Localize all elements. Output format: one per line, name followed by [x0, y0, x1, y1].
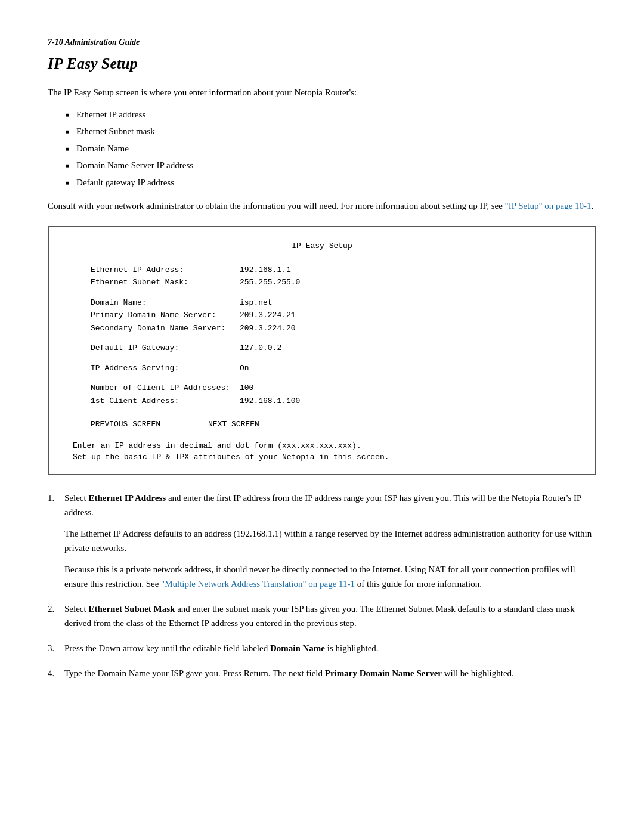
eth-ip-label: Ethernet IP Address:	[91, 264, 234, 276]
screen-hint-line1: Enter an IP address in decimal and dot f…	[73, 440, 577, 452]
step-1-num: 1.	[48, 491, 64, 505]
1st-client-label: 1st Client Address:	[91, 395, 234, 407]
step-3-main: Press the Down arrow key until the edita…	[64, 641, 596, 655]
screen-fields-group3: Default IP Gateway: 127.0.0.2	[91, 342, 577, 354]
step-4-bold: Primary Domain Name Server	[325, 668, 442, 678]
ip-setup-link[interactable]: "IP Setup" on page 10-1	[505, 201, 592, 210]
step-2-main: Select Ethernet Subnet Mask and enter th…	[64, 602, 596, 630]
nat-link[interactable]: "Multiple Network Address Translation" o…	[161, 579, 355, 589]
step-1-main: Select Ethernet IP Address and enter the…	[64, 491, 596, 519]
screen-hint: Enter an IP address in decimal and dot f…	[73, 440, 577, 463]
step-4-content: Type the Domain Name your ISP gave you. …	[64, 666, 596, 680]
screen-box: IP Easy Setup Ethernet IP Address: 192.1…	[48, 226, 596, 475]
step-3-num: 3.	[48, 641, 64, 655]
step-2-bold: Ethernet Subnet Mask	[88, 604, 175, 614]
step-2-num: 2.	[48, 602, 64, 616]
screen-fields-group2: Domain Name: isp.net Primary Domain Name…	[91, 297, 577, 335]
bullet-list: Ethernet IP address Ethernet Subnet mask…	[66, 108, 596, 190]
intro-text: The IP Easy Setup screen is where you en…	[48, 86, 596, 100]
step-1-sub1: The Ethernet IP Address defaults to an a…	[64, 527, 596, 555]
screen-fields-group1: Ethernet IP Address: 192.168.1.1 Etherne…	[91, 264, 577, 289]
1st-client-value: 192.168.1.100	[240, 395, 300, 407]
screen-buttons: PREVIOUS SCREEN NEXT SCREEN	[67, 419, 577, 431]
screen-row-default-gateway: Default IP Gateway: 127.0.0.2	[91, 342, 577, 354]
screen-row-1st-client: 1st Client Address: 192.168.1.100	[91, 395, 577, 407]
screen-row-num-clients: Number of Client IP Addresses: 100	[91, 382, 577, 394]
step-3-content: Press the Down arrow key until the edita…	[64, 641, 596, 655]
secondary-dns-label: Secondary Domain Name Server:	[91, 323, 234, 335]
domain-label: Domain Name:	[91, 297, 234, 309]
bullet-item-dns-ip: Domain Name Server IP address	[66, 159, 596, 172]
primary-dns-label: Primary Domain Name Server:	[91, 309, 234, 321]
screen-row-eth-subnet: Ethernet Subnet Mask: 255.255.255.0	[91, 277, 577, 289]
bullet-item-ethernet-subnet: Ethernet Subnet mask	[66, 125, 596, 138]
consult-text: Consult with your network administrator …	[48, 199, 596, 213]
eth-ip-value: 192.168.1.1	[240, 264, 291, 276]
screen-hint-line2: Set up the basic IP & IPX attributes of …	[73, 451, 577, 463]
secondary-dns-value: 209.3.224.20	[240, 323, 296, 335]
step-4-main: Type the Domain Name your ISP gave you. …	[64, 666, 596, 680]
screen-row-primary-dns: Primary Domain Name Server: 209.3.224.21	[91, 309, 577, 321]
screen-row-secondary-dns: Secondary Domain Name Server: 209.3.224.…	[91, 323, 577, 335]
step-1: 1. Select Ethernet IP Address and enter …	[48, 491, 596, 591]
default-gateway-label: Default IP Gateway:	[91, 342, 234, 354]
num-clients-label: Number of Client IP Addresses:	[91, 382, 234, 394]
bullet-item-ethernet-ip: Ethernet IP address	[66, 108, 596, 122]
step-2: 2. Select Ethernet Subnet Mask and enter…	[48, 602, 596, 630]
step-4: 4. Type the Domain Name your ISP gave yo…	[48, 666, 596, 680]
numbered-list: 1. Select Ethernet IP Address and enter …	[48, 491, 596, 680]
screen-fields-group4: IP Address Serving: On	[91, 363, 577, 374]
step-2-content: Select Ethernet Subnet Mask and enter th…	[64, 602, 596, 630]
default-gateway-value: 127.0.0.2	[240, 342, 281, 354]
screen-title: IP Easy Setup	[67, 240, 577, 252]
screen-row-eth-ip: Ethernet IP Address: 192.168.1.1	[91, 264, 577, 276]
screen-row-domain: Domain Name: isp.net	[91, 297, 577, 309]
step-1-content: Select Ethernet IP Address and enter the…	[64, 491, 596, 591]
previous-screen-button[interactable]: PREVIOUS SCREEN	[91, 419, 160, 431]
primary-dns-value: 209.3.224.21	[240, 309, 296, 321]
ip-serving-value: On	[240, 363, 249, 374]
step-3: 3. Press the Down arrow key until the ed…	[48, 641, 596, 655]
screen-fields-group5: Number of Client IP Addresses: 100 1st C…	[91, 382, 577, 407]
num-clients-value: 100	[240, 382, 253, 394]
page-title: IP Easy Setup	[48, 52, 596, 75]
eth-subnet-value: 255.255.255.0	[240, 277, 300, 289]
admin-guide-label: 7-10 Administration Guide	[48, 36, 596, 48]
eth-subnet-label: Ethernet Subnet Mask:	[91, 277, 234, 289]
step-1-bold: Ethernet IP Address	[88, 493, 166, 503]
next-screen-button[interactable]: NEXT SCREEN	[208, 419, 259, 431]
step-4-num: 4.	[48, 666, 64, 680]
screen-row-ip-serving: IP Address Serving: On	[91, 363, 577, 374]
ip-serving-label: IP Address Serving:	[91, 363, 234, 374]
bullet-item-default-gateway: Default gateway IP address	[66, 176, 596, 190]
bullet-item-domain-name: Domain Name	[66, 142, 596, 156]
step-1-sub2: Because this is a private network addres…	[64, 562, 596, 591]
domain-value: isp.net	[240, 297, 273, 309]
step-3-bold: Domain Name	[270, 643, 325, 653]
